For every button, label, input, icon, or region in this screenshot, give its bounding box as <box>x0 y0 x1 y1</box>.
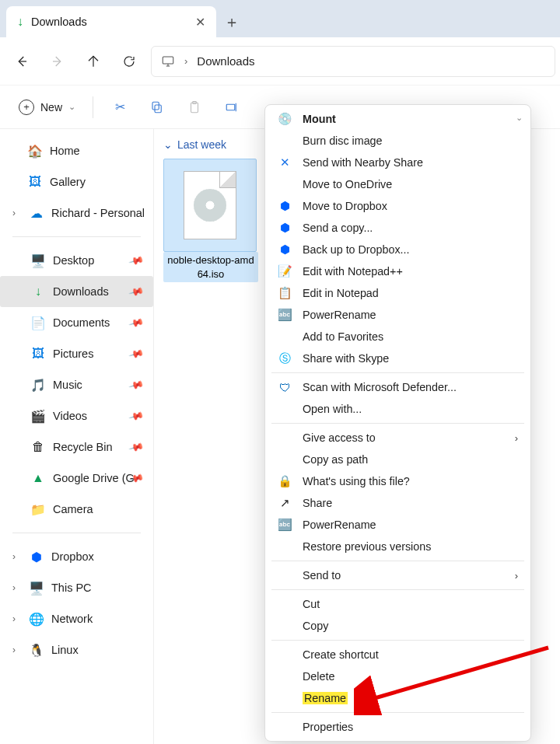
pin-icon: 📌 <box>128 284 144 300</box>
chevron-right-icon[interactable]: › <box>12 613 16 624</box>
menu-item-copy-as-path[interactable]: Copy as path <box>265 449 530 470</box>
menu-item-send-with-nearby-share[interactable]: ✕Send with Nearby Share <box>265 152 530 173</box>
pin-icon: 📌 <box>128 408 144 424</box>
sidebar-item-google-drive-g[interactable]: ▲Google Drive (G📌 <box>0 463 153 494</box>
sidebar-label: Desktop <box>53 254 94 267</box>
new-tab-button[interactable]: ＋ <box>216 6 247 37</box>
menu-item-cut[interactable]: Cut <box>265 593 530 615</box>
menu-item-add-to-favorites[interactable]: Add to Favorites <box>265 326 530 348</box>
menu-item-open-with[interactable]: Open with... <box>265 398 530 420</box>
sidebar-label: This PC <box>51 582 92 594</box>
iso-file-icon <box>184 171 236 239</box>
menu-item-scan-with-microsoft-defender[interactable]: 🛡Scan with Microsoft Defender... <box>265 376 530 398</box>
cloud-icon: ☁ <box>30 206 44 220</box>
menu-item-edit-in-notepad[interactable]: 📋Edit in Notepad <box>265 282 530 304</box>
sidebar-item-dropbox[interactable]: ›⬢Dropbox <box>0 541 153 572</box>
sidebar-item-gallery[interactable]: 🖼 Gallery <box>0 166 153 197</box>
menu-item-create-shortcut[interactable]: Create shortcut <box>265 644 530 665</box>
menu-item-move-to-dropbox[interactable]: ⬢Move to Dropbox <box>265 195 530 217</box>
menu-item-edit-with-notepad[interactable]: 📝Edit with Notepad++ <box>265 260 530 282</box>
menu-item-back-up-to-dropbox[interactable]: ⬢Back up to Dropbox... <box>265 239 530 260</box>
sidebar-label: Recycle Bin <box>53 441 113 453</box>
menu-item-delete[interactable]: Delete <box>265 665 530 687</box>
menu-item-rename[interactable]: Rename <box>265 687 530 709</box>
menu-item-mount[interactable]: 💿Mount <box>265 108 530 130</box>
menu-item-share[interactable]: ↗Share <box>265 492 530 514</box>
menu-item-share-with-skype[interactable]: ⓈShare with Skype <box>265 348 530 369</box>
group-header-label: Last week <box>177 138 226 151</box>
menu-item-label: Share <box>303 497 332 509</box>
sidebar-label: Camera <box>53 503 93 515</box>
menu-item-label: Move to Dropbox <box>303 200 387 212</box>
menu-item-label: Edit in Notepad <box>303 287 379 299</box>
close-tab-button[interactable]: ✕ <box>195 15 205 30</box>
skype-icon: Ⓢ <box>278 351 292 365</box>
sidebar-item-onedrive[interactable]: › ☁ Richard - Personal <box>0 197 153 229</box>
sidebar-item-documents[interactable]: 📄Documents📌 <box>0 307 153 338</box>
sidebar-item-recycle-bin[interactable]: 🗑Recycle Bin📌 <box>0 431 153 463</box>
menu-item-label: Restore previous versions <box>303 540 431 553</box>
sidebar-item-this-pc[interactable]: ›🖥️This PC <box>0 572 153 603</box>
menu-item-restore-previous-versions[interactable]: Restore previous versions <box>265 536 530 557</box>
menu-item-label: Copy <box>303 620 328 632</box>
dropbox-icon: ⬢ <box>278 243 292 257</box>
chevron-right-icon[interactable]: › <box>12 551 16 562</box>
menu-item-send-a-copy[interactable]: ⬢Send a copy... <box>265 217 530 239</box>
svg-rect-2 <box>152 102 159 110</box>
pc-icon: 🖥️ <box>30 581 44 595</box>
refresh-button[interactable] <box>112 44 146 79</box>
arrow-up-icon <box>86 54 100 68</box>
sidebar-item-downloads[interactable]: ↓Downloads📌 <box>0 276 153 307</box>
menu-item-label: PowerRename <box>303 309 376 321</box>
copy-button[interactable] <box>140 92 174 123</box>
sidebar-item-music[interactable]: 🎵Music📌 <box>0 369 153 400</box>
menu-item-label: Burn disc image <box>303 134 383 147</box>
powerrename-icon: 🔤 <box>278 518 292 532</box>
menu-item-copy[interactable]: Copy <box>265 615 530 637</box>
menu-item-label: Share with Skype <box>303 352 389 365</box>
menu-item-move-to-onedrive[interactable]: Move to OneDrive <box>265 173 530 195</box>
svg-rect-1 <box>155 105 161 113</box>
menu-item-what-s-using-this-file[interactable]: 🔒What's using this file? <box>265 470 530 492</box>
menu-item-burn-disc-image[interactable]: Burn disc image <box>265 130 530 152</box>
sidebar-label: Documents <box>53 316 110 329</box>
menu-item-label: Create shortcut <box>303 648 379 661</box>
forward-button[interactable] <box>40 44 75 79</box>
refresh-icon <box>122 54 136 68</box>
file-item[interactable]: noble-desktop-amd64.iso <box>163 159 258 282</box>
sidebar-item-camera[interactable]: 📁Camera <box>0 494 153 525</box>
menu-item-label: Cut <box>303 598 320 610</box>
menu-item-powerrename[interactable]: 🔤PowerRename <box>265 304 530 326</box>
address-bar[interactable]: › Downloads <box>151 46 555 77</box>
back-button[interactable] <box>5 44 39 79</box>
menu-item-properties[interactable]: Properties <box>265 716 530 738</box>
new-button[interactable]: + New ⌄ <box>11 95 83 120</box>
sidebar-item-desktop[interactable]: 🖥️Desktop📌 <box>0 245 153 276</box>
paste-button[interactable] <box>177 92 212 123</box>
menu-item-powerrename[interactable]: 🔤PowerRename <box>265 514 530 536</box>
gallery-icon: 🖼 <box>28 175 42 189</box>
menu-item-send-to[interactable]: Send to› <box>265 564 530 586</box>
sidebar-item-videos[interactable]: 🎬Videos📌 <box>0 400 153 431</box>
chevron-right-icon[interactable]: › <box>12 582 16 593</box>
cut-button[interactable]: ✂ <box>103 92 137 123</box>
sidebar-item-linux[interactable]: ›🐧Linux <box>0 634 153 665</box>
menu-item-label: Back up to Dropbox... <box>303 243 409 256</box>
sidebar-item-network[interactable]: ›🌐Network <box>0 603 153 634</box>
recycle-icon: 🗑 <box>31 440 45 454</box>
music-icon: 🎵 <box>31 378 45 392</box>
menu-item-label: Scan with Microsoft Defender... <box>303 381 457 393</box>
sidebar-item-pictures[interactable]: 🖼Pictures📌 <box>0 338 153 369</box>
sidebar-label: Home <box>50 145 80 157</box>
disc-icon: 💿 <box>278 112 292 126</box>
menu-item-give-access-to[interactable]: Give access to› <box>265 427 530 449</box>
chevron-right-icon[interactable]: › <box>12 208 16 218</box>
up-button[interactable] <box>76 44 110 79</box>
gdrive-icon: ▲ <box>31 471 45 485</box>
rename-button[interactable] <box>215 92 249 123</box>
tab-bar: ↓ Downloads ✕ ＋ <box>0 0 560 37</box>
sidebar-item-home[interactable]: 🏠 Home <box>0 135 153 166</box>
file-name: noble-desktop-amd64.iso <box>163 252 258 282</box>
tab-downloads[interactable]: ↓ Downloads ✕ <box>6 6 216 37</box>
chevron-right-icon[interactable]: › <box>12 644 16 655</box>
